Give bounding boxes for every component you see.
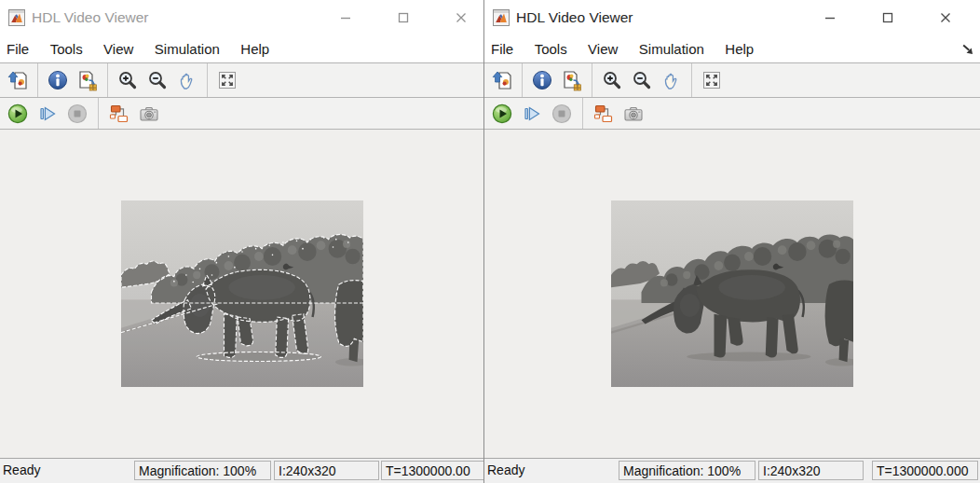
window-controls: [317, 0, 483, 35]
close-button[interactable]: [432, 0, 483, 35]
status-image-size: I:240x320: [758, 461, 864, 480]
hdl-video-viewer-window-left: HDL Video Viewer File Tools View Simulat…: [0, 0, 483, 483]
step-forward-icon[interactable]: [517, 100, 547, 128]
menu-tools[interactable]: Tools: [42, 35, 91, 62]
toolbar-separator: [37, 63, 38, 97]
snapshot-camera-icon[interactable]: [619, 100, 648, 128]
toolbar-separator: [691, 63, 692, 97]
zoom-out-icon[interactable]: [143, 66, 172, 94]
menu-file[interactable]: File: [0, 35, 37, 62]
hdl-video-viewer-window-right: HDL Video Viewer File Tools View Simulat…: [483, 0, 980, 483]
minimize-button[interactable]: [801, 0, 859, 35]
window-controls: [801, 0, 974, 35]
step-forward-icon[interactable]: [33, 100, 62, 128]
menu-simulation[interactable]: Simulation: [146, 35, 228, 62]
playback-toolbar: [0, 98, 483, 130]
status-magnification: Magnification: 100%: [619, 461, 755, 480]
toolbar-separator: [592, 63, 592, 97]
maintain-fit-to-window-icon[interactable]: [697, 66, 727, 94]
menu-view[interactable]: View: [579, 35, 626, 62]
playback-toolbar: [484, 98, 980, 130]
main-toolbar: [484, 63, 980, 98]
maintain-fit-to-window-icon[interactable]: [212, 66, 242, 94]
pixel-region-icon[interactable]: [557, 66, 587, 94]
status-ready: Ready: [487, 459, 524, 482]
close-button[interactable]: [917, 0, 974, 35]
video-display-area[interactable]: [0, 130, 483, 458]
menu-simulation[interactable]: Simulation: [631, 35, 713, 62]
status-bar: Ready Magnification: 100% I:240x320 T=13…: [484, 458, 980, 483]
highlight-simulink-block-icon[interactable]: [104, 100, 134, 128]
pixel-region-icon[interactable]: [73, 66, 102, 94]
menu-bar: File Tools View Simulation Help: [0, 35, 483, 63]
play-icon[interactable]: [3, 100, 33, 128]
desktop: HDL Video Viewer File Tools View Simulat…: [0, 0, 980, 483]
video-information-icon[interactable]: [43, 66, 73, 94]
title-bar: HDL Video Viewer: [484, 0, 980, 35]
menu-file[interactable]: File: [484, 35, 522, 62]
toolbar-separator: [98, 98, 99, 129]
menu-view[interactable]: View: [95, 35, 142, 62]
matlab-app-icon[interactable]: [8, 9, 25, 26]
status-sim-time: T=1300000.000: [872, 461, 978, 480]
menu-help[interactable]: Help: [716, 35, 762, 62]
status-ready: Ready: [3, 459, 40, 482]
toolbar-separator: [207, 63, 208, 97]
minimize-button[interactable]: [317, 0, 374, 35]
window-title: HDL Video Viewer: [516, 0, 633, 35]
menu-bar: File Tools View Simulation Help: [484, 35, 980, 63]
matlab-app-icon[interactable]: [493, 9, 510, 26]
export-image-icon[interactable]: [3, 66, 33, 94]
zoom-in-icon[interactable]: [597, 66, 627, 94]
window-title: HDL Video Viewer: [32, 0, 149, 35]
stop-icon: [547, 100, 577, 128]
stop-icon: [62, 100, 92, 128]
snapshot-camera-icon[interactable]: [134, 100, 164, 128]
status-bar: Ready Magnification: 100% I:240x320 T=13…: [0, 458, 483, 483]
toolbar-separator: [582, 98, 583, 129]
zoom-in-icon[interactable]: [113, 66, 143, 94]
pan-hand-icon[interactable]: [172, 66, 202, 94]
video-frame-edge-overlay: [121, 200, 363, 387]
main-toolbar: [0, 63, 483, 98]
video-frame-original: [611, 200, 853, 387]
menu-help[interactable]: Help: [232, 35, 278, 62]
highlight-simulink-block-icon[interactable]: [589, 100, 619, 128]
maximize-button[interactable]: [374, 0, 432, 35]
toolbar-separator: [107, 63, 108, 97]
dock-figure-icon[interactable]: [961, 43, 974, 56]
menu-tools[interactable]: Tools: [526, 35, 576, 62]
pan-hand-icon[interactable]: [657, 66, 687, 94]
status-sim-time: T=1300000.00: [381, 461, 483, 480]
zoom-out-icon[interactable]: [627, 66, 657, 94]
status-magnification: Magnification: 100%: [134, 461, 271, 480]
video-display-area[interactable]: [484, 130, 980, 458]
status-image-size: I:240x320: [274, 461, 379, 480]
video-information-icon[interactable]: [527, 66, 557, 94]
export-image-icon[interactable]: [487, 66, 517, 94]
toolbar-separator: [522, 63, 523, 97]
play-icon[interactable]: [487, 100, 517, 128]
title-bar: HDL Video Viewer: [0, 0, 483, 35]
maximize-button[interactable]: [859, 0, 917, 35]
